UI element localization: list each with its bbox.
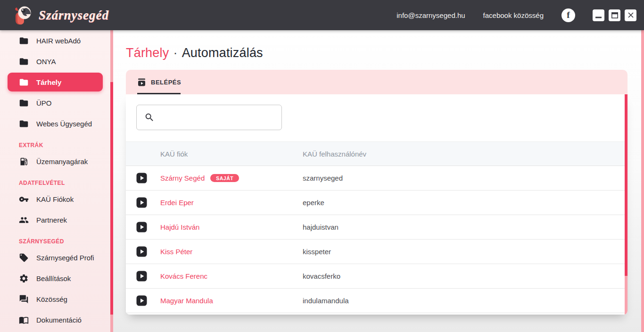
- tab-bar: BELÉPÉS: [126, 70, 627, 94]
- sidebar-item-label: Tárhely: [36, 78, 61, 86]
- column-header-kau-felhasznalonev: KAÜ felhasználónév: [303, 150, 627, 158]
- tab-belepes[interactable]: BELÉPÉS: [137, 70, 181, 94]
- sidebar-item-upo[interactable]: ÜPO: [0, 92, 113, 113]
- page-scrollbar[interactable]: [641, 30, 644, 332]
- sidebar-section-szarnyseged: SZÁRNYSEGÉD: [0, 236, 113, 247]
- login-play-button[interactable]: [136, 197, 147, 208]
- sidebar-item-label: Dokumentáció: [36, 316, 82, 324]
- parrot-icon: [12, 5, 33, 25]
- sidebar-item-szarnyseged-profi[interactable]: Szárnysegéd Profi: [0, 247, 113, 268]
- search-row: [126, 94, 627, 130]
- folder-icon: [19, 119, 29, 129]
- sidebar-item-tarhely[interactable]: Tárhely: [8, 73, 103, 91]
- play-button-icon: [136, 271, 147, 282]
- account-name-link[interactable]: Kovács Ferenc: [160, 272, 303, 280]
- sidebar-item-label: Partnerek: [36, 216, 67, 224]
- account-username: kovacsferko: [303, 272, 627, 280]
- account-username: eperke: [303, 199, 627, 207]
- account-username: kisspeter: [303, 248, 627, 256]
- account-name-link[interactable]: Magyar Mandula: [160, 297, 303, 305]
- sidebar-section-adatfelvetel: ADATFELVÉTEL: [0, 177, 113, 189]
- people-icon: [19, 215, 29, 225]
- play-button-icon: [136, 222, 147, 232]
- video-box-icon: [137, 78, 146, 87]
- sidebar-item-label: HAIR webAdó: [36, 37, 81, 45]
- sidebar-item-hair-webado[interactable]: HAIR webAdó: [0, 30, 113, 51]
- table-row[interactable]: Magyar Mandula indulamandula: [126, 289, 627, 313]
- book-icon: [19, 315, 29, 325]
- sidebar-item-kau-fiokok[interactable]: KAÜ Fiókok: [0, 189, 113, 209]
- table-row[interactable]: Erdei Eper eperke: [126, 191, 627, 215]
- sidebar-item-label: KAÜ Fiókok: [36, 195, 74, 203]
- gear-icon: [19, 274, 29, 283]
- search-icon: [144, 112, 155, 123]
- sidebar-item-label: Beállítások: [36, 274, 71, 282]
- breadcrumb-module: Tárhely: [126, 46, 169, 60]
- login-play-button[interactable]: [136, 222, 147, 232]
- sidebar-item-webes-ugyseged[interactable]: Webes Ügysegéd: [0, 113, 113, 134]
- folder-icon: [19, 36, 29, 46]
- sidebar-item-kozosseg[interactable]: Közösség: [0, 289, 113, 309]
- login-play-button[interactable]: [136, 246, 147, 257]
- search-input[interactable]: [159, 105, 276, 130]
- sidebar-item-uzemanyagarak[interactable]: Üzemanyagárak: [0, 151, 113, 172]
- email-link[interactable]: info@szarnyseged.hu: [396, 11, 465, 19]
- sidebar-item-beallitasok[interactable]: Beállítások: [0, 268, 113, 289]
- accounts-table: KAÜ fiók KAÜ felhasználónév Szárny Segéd: [126, 141, 627, 313]
- account-name-link[interactable]: Kiss Péter: [160, 248, 303, 256]
- login-play-button[interactable]: [136, 173, 147, 183]
- facebook-community-link[interactable]: facebook közösség: [483, 11, 544, 19]
- account-username: hajduistvan: [303, 223, 627, 231]
- play-button-icon: [136, 173, 147, 183]
- sidebar-item-partnerek[interactable]: Partnerek: [0, 209, 113, 230]
- tag-icon: [19, 253, 29, 263]
- account-username: szarnyseged: [303, 174, 627, 182]
- play-button-icon: [136, 246, 147, 257]
- sidebar-item-label: ÜPO: [36, 99, 52, 107]
- sidebar-item-onya[interactable]: ONYA: [0, 51, 113, 72]
- table-header-row: KAÜ fiók KAÜ felhasználónév: [126, 141, 627, 166]
- account-username: indulamandula: [303, 297, 627, 305]
- minimize-button[interactable]: [593, 9, 604, 21]
- table-row[interactable]: Kiss Péter kisspeter: [126, 240, 627, 264]
- login-play-button[interactable]: [136, 295, 147, 306]
- facebook-icon[interactable]: f: [561, 8, 575, 22]
- card-scrollbar-thumb[interactable]: [625, 94, 627, 276]
- table-row[interactable]: Kovács Ferenc kovacsferko: [126, 264, 627, 289]
- breadcrumb-separator: ·: [169, 46, 182, 60]
- sidebar-item-dokumentacio[interactable]: Dokumentáció: [0, 309, 113, 330]
- table-row[interactable]: Hajdú István hajduistvan: [126, 215, 627, 240]
- account-name: Szárny Segéd: [160, 174, 205, 182]
- sidebar-item-label: Közösség: [36, 295, 67, 303]
- key-icon: [19, 194, 29, 204]
- close-icon: [628, 12, 634, 18]
- search-box[interactable]: [136, 105, 282, 130]
- card-scrollbar[interactable]: [625, 94, 627, 315]
- play-button-icon: [136, 295, 147, 306]
- table-row[interactable]: Szárny Segéd SAJÁT szarnyseged: [126, 166, 627, 191]
- sidebar-item-label: Szárnysegéd Profi: [36, 254, 94, 262]
- account-name-link[interactable]: Hajdú István: [160, 223, 303, 231]
- tab-label: BELÉPÉS: [151, 79, 181, 86]
- brand: Szárnysegéd: [12, 5, 109, 25]
- sajat-badge: SAJÁT: [210, 174, 239, 183]
- account-name-link[interactable]: Szárny Segéd SAJÁT: [160, 174, 303, 183]
- page-title: Tárhely·Automatizálás: [126, 45, 644, 60]
- folder-icon: [19, 57, 29, 66]
- sidebar: HAIR webAdó ONYA Tárhely ÜPO Webes Ügyse…: [0, 30, 113, 332]
- sidebar-section-extrak: EXTRÁK: [0, 140, 113, 151]
- account-name-link[interactable]: Erdei Eper: [160, 199, 303, 207]
- maximize-button[interactable]: [609, 9, 620, 21]
- tab-panel: KAÜ fiók KAÜ felhasználónév Szárny Segéd: [126, 94, 627, 315]
- minimize-icon: [595, 12, 602, 18]
- titlebar: Szárnysegéd info@szarnyseged.hu facebook…: [0, 0, 644, 30]
- content-card: BELÉPÉS KAÜ fiók: [126, 70, 627, 315]
- account-name: Kiss Péter: [160, 248, 192, 256]
- account-name: Hajdú István: [160, 223, 199, 231]
- close-button[interactable]: [625, 9, 636, 21]
- account-name: Kovács Ferenc: [160, 272, 207, 280]
- breadcrumb-page: Automatizálás: [182, 46, 263, 60]
- login-play-button[interactable]: [136, 271, 147, 282]
- fuel-pump-icon: [19, 157, 29, 166]
- folder-icon: [19, 98, 29, 108]
